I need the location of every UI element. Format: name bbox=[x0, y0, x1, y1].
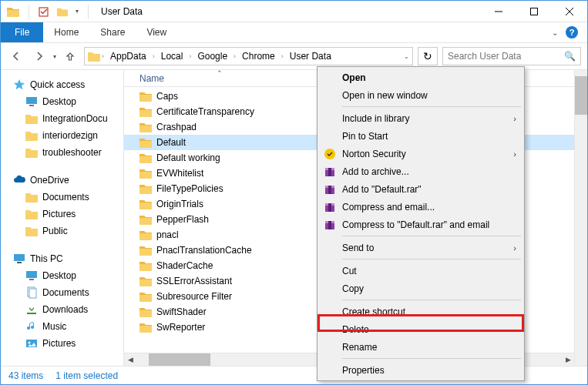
scrollbar-thumb[interactable] bbox=[149, 353, 210, 366]
close-button[interactable] bbox=[552, 1, 587, 22]
sidebar-item[interactable]: Documents bbox=[1, 189, 123, 206]
folder-icon bbox=[139, 122, 152, 132]
winrar-icon bbox=[324, 201, 336, 213]
breadcrumb[interactable]: Google bbox=[193, 51, 232, 62]
sidebar-item[interactable]: Public bbox=[1, 223, 123, 239]
sort-caret-icon: ⌃ bbox=[217, 70, 223, 77]
search-input[interactable]: Search User Data 🔍 bbox=[442, 47, 581, 65]
file-name: Default bbox=[156, 137, 186, 148]
folder-icon bbox=[139, 291, 152, 302]
ctx-rename[interactable]: Rename bbox=[319, 338, 522, 356]
sidebar-item[interactable]: interiordezign bbox=[1, 127, 123, 144]
file-name: SwReporter bbox=[156, 322, 205, 333]
ctx-properties[interactable]: Properties bbox=[319, 361, 522, 379]
ctx-delete[interactable]: Delete bbox=[319, 320, 522, 338]
sidebar-item-documents[interactable]: Documents bbox=[1, 284, 123, 301]
sidebar-item[interactable]: troubleshooter bbox=[1, 144, 123, 161]
sidebar-item-desktop[interactable]: Desktop bbox=[1, 93, 123, 110]
ctx-norton[interactable]: Norton Security› bbox=[319, 145, 522, 162]
file-name: PnaclTranslationCache bbox=[156, 245, 252, 256]
scroll-left-icon[interactable]: ◀ bbox=[124, 353, 136, 366]
breadcrumb[interactable]: Chrome bbox=[237, 51, 280, 62]
window-title: User Data bbox=[96, 6, 143, 17]
folder-icon bbox=[139, 152, 152, 163]
music-icon bbox=[25, 320, 38, 333]
breadcrumb[interactable]: AppData bbox=[106, 51, 151, 62]
svg-rect-22 bbox=[328, 186, 331, 194]
ctx-send-to[interactable]: Send to› bbox=[319, 239, 522, 256]
pc-icon bbox=[13, 253, 25, 265]
folder-icon bbox=[57, 6, 68, 17]
star-icon bbox=[13, 79, 25, 91]
history-dropdown-icon[interactable]: ▾ bbox=[53, 53, 56, 60]
help-icon[interactable]: ? bbox=[566, 26, 578, 38]
scrollbar-vertical[interactable] bbox=[574, 70, 587, 366]
ctx-open[interactable]: Open bbox=[319, 69, 522, 86]
submenu-arrow-icon: › bbox=[513, 243, 516, 253]
status-selection: 1 item selected bbox=[55, 370, 118, 381]
status-item-count: 43 items bbox=[8, 370, 43, 381]
address-dropdown-icon[interactable]: ⌄ bbox=[404, 53, 409, 60]
ctx-pin-start[interactable]: Pin to Start bbox=[319, 127, 522, 145]
ctx-add-archive[interactable]: Add to archive... bbox=[319, 162, 522, 180]
up-button[interactable] bbox=[61, 47, 79, 65]
ctx-cut[interactable]: Cut bbox=[319, 262, 522, 280]
sidebar-quick-access[interactable]: Quick access bbox=[1, 76, 123, 93]
ctx-create-shortcut[interactable]: Create shortcut bbox=[319, 303, 522, 320]
desktop-icon bbox=[25, 270, 38, 282]
sidebar-this-pc[interactable]: This PC bbox=[1, 250, 123, 267]
file-name: Default working bbox=[156, 152, 220, 163]
ctx-copy[interactable]: Copy bbox=[319, 280, 522, 297]
folder-icon bbox=[25, 146, 38, 159]
file-name: ShaderCache bbox=[156, 260, 213, 271]
sidebar-item-desktop[interactable]: Desktop bbox=[1, 267, 123, 284]
folder-icon bbox=[139, 137, 152, 148]
ctx-include-library[interactable]: Include in library› bbox=[319, 109, 522, 127]
breadcrumb[interactable]: Local bbox=[156, 51, 188, 62]
folder-icon bbox=[25, 129, 38, 142]
ctx-open-new-window[interactable]: Open in new window bbox=[319, 86, 522, 104]
winrar-icon bbox=[324, 219, 336, 231]
ribbon-expand-icon[interactable]: ⌄ bbox=[552, 28, 558, 37]
tab-file[interactable]: File bbox=[1, 22, 43, 42]
ctx-add-default-rar[interactable]: Add to "Default.rar" bbox=[319, 180, 522, 198]
sidebar-item[interactable]: Pictures bbox=[1, 206, 123, 223]
scrollbar-thumb[interactable] bbox=[575, 76, 587, 115]
svg-rect-25 bbox=[328, 203, 331, 212]
svg-point-15 bbox=[29, 342, 31, 344]
sidebar-item-pictures[interactable]: Pictures bbox=[1, 335, 123, 352]
winrar-icon bbox=[324, 166, 336, 178]
svg-rect-19 bbox=[328, 168, 331, 176]
svg-rect-9 bbox=[26, 271, 37, 278]
file-name: OriginTrials bbox=[156, 199, 203, 209]
tab-share[interactable]: Share bbox=[89, 22, 136, 42]
address-bar[interactable]: › AppData› Local› Google› Chrome› User D… bbox=[84, 47, 413, 65]
desktop-icon bbox=[25, 95, 38, 108]
maximize-button[interactable] bbox=[516, 1, 552, 22]
scroll-right-icon[interactable]: ▶ bbox=[562, 353, 574, 366]
breadcrumb[interactable]: User Data bbox=[285, 51, 336, 62]
back-button[interactable] bbox=[7, 47, 25, 65]
tab-home[interactable]: Home bbox=[43, 22, 89, 42]
ctx-compress-default-email[interactable]: Compress to "Default.rar" and email bbox=[319, 216, 522, 233]
file-name: CertificateTransparency bbox=[156, 106, 254, 117]
forward-button[interactable] bbox=[30, 47, 49, 65]
sidebar-item[interactable]: IntegrationDocu bbox=[1, 110, 123, 127]
tab-view[interactable]: View bbox=[136, 22, 177, 42]
svg-rect-13 bbox=[27, 313, 36, 314]
folder-icon bbox=[139, 260, 152, 271]
folder-icon bbox=[139, 214, 152, 225]
svg-rect-8 bbox=[17, 262, 22, 263]
sidebar-item-music[interactable]: Music bbox=[1, 318, 123, 335]
folder-icon bbox=[139, 91, 152, 102]
refresh-button[interactable]: ↻ bbox=[418, 47, 438, 65]
context-menu: Open Open in new window Include in libra… bbox=[317, 66, 525, 381]
ctx-compress-email[interactable]: Compress and email... bbox=[319, 198, 522, 216]
qat-icon[interactable] bbox=[39, 6, 49, 17]
folder-icon bbox=[139, 106, 152, 117]
svg-rect-2 bbox=[531, 8, 538, 15]
sidebar-item-downloads[interactable]: Downloads bbox=[1, 301, 123, 318]
minimize-button[interactable] bbox=[481, 1, 516, 22]
sidebar-onedrive[interactable]: OneDrive bbox=[1, 172, 123, 189]
qat-dropdown-icon[interactable]: ▾ bbox=[76, 8, 79, 15]
